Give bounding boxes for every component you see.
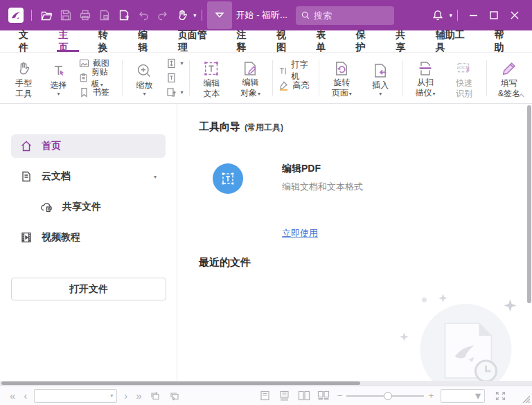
reflow-icon bbox=[166, 87, 177, 98]
menu-form[interactable]: 表单 bbox=[305, 30, 345, 52]
main-panel: 工具向导(常用工具) 编辑PDF 编辑文档和文本格式 立即使用 最近的文件 bbox=[177, 104, 532, 386]
window-resize-grip[interactable] bbox=[520, 393, 531, 404]
sidebar-item-cloud-docs[interactable]: 云文档 ▾ bbox=[11, 165, 166, 188]
hand-tool-icon[interactable] bbox=[172, 5, 192, 26]
divider bbox=[457, 10, 458, 21]
fit-window-button[interactable] bbox=[493, 389, 508, 403]
edit-object-icon bbox=[242, 59, 258, 78]
fit-page-button[interactable]: ▾ bbox=[166, 57, 183, 69]
expand-caret-icon[interactable]: ▾ bbox=[154, 174, 157, 180]
open-file-icon[interactable] bbox=[37, 5, 56, 26]
reflow-button[interactable]: ▾ bbox=[166, 87, 183, 98]
zoom-out-icon[interactable]: − bbox=[337, 390, 343, 401]
single-page-view-button[interactable] bbox=[258, 389, 273, 403]
menu-convert[interactable]: 转换 bbox=[88, 30, 127, 52]
menu-page-management[interactable]: 页面管理 bbox=[168, 30, 227, 52]
rotate-pages-button[interactable]: 旋转 页面 bbox=[325, 57, 358, 99]
menu-protect[interactable]: 保护 bbox=[346, 30, 385, 52]
toolbar-toggle-button[interactable] bbox=[207, 1, 232, 29]
menu-bar: 文件 主页 转换 编辑 页面管理 注释 视图 表单 保护 共享 辅助工具 帮助 bbox=[0, 30, 532, 53]
ribbon-toolbar: 手型 工具 选择 ▾ 截图 剪贴板 bbox=[0, 53, 532, 104]
sidebar-item-home[interactable]: 首页 bbox=[11, 134, 166, 158]
dropdown-caret-icon: ▾ bbox=[57, 91, 60, 97]
hand-dropdown-caret-icon[interactable]: ▾ bbox=[193, 12, 197, 19]
export-page-icon[interactable] bbox=[95, 5, 114, 26]
previous-page-button[interactable]: ‹ bbox=[19, 390, 31, 401]
collapse-ribbon-icon[interactable] bbox=[517, 92, 525, 100]
open-file-button[interactable]: 打开文件 bbox=[11, 278, 166, 300]
page-number-combo[interactable]: ▾ bbox=[34, 389, 117, 403]
zoom-in-icon[interactable]: + bbox=[428, 390, 434, 401]
typewriter-button[interactable]: 打字机 bbox=[278, 65, 313, 77]
horizontal-scrollbar[interactable] bbox=[0, 381, 532, 386]
select-tool-button[interactable]: 选择 ▾ bbox=[44, 60, 73, 97]
edit-object-button[interactable]: 编辑 对象 bbox=[233, 57, 267, 99]
zoom-level-combo[interactable]: ▾ bbox=[441, 389, 485, 403]
print-icon[interactable] bbox=[76, 5, 95, 26]
divider bbox=[31, 10, 32, 21]
tools-guide-subtitle: (常用工具) bbox=[245, 123, 283, 132]
new-document-icon[interactable] bbox=[114, 5, 134, 26]
clipboard-button[interactable]: 剪贴板 bbox=[79, 72, 116, 84]
horizontal-scrollbar-thumb[interactable] bbox=[1, 381, 360, 385]
from-scanner-button[interactable]: 从扫 描仪 bbox=[409, 57, 442, 99]
actual-size-button[interactable] bbox=[166, 72, 183, 84]
zoom-button[interactable]: 缩放 ▾ bbox=[127, 60, 161, 97]
search-input[interactable] bbox=[314, 10, 389, 21]
zoom-slider-thumb[interactable] bbox=[384, 392, 392, 400]
edit-text-button[interactable]: 编辑 文本 bbox=[195, 57, 228, 99]
zoom-magnifier-icon bbox=[136, 62, 152, 80]
save-icon[interactable] bbox=[56, 5, 76, 26]
facing-view-button[interactable] bbox=[296, 389, 312, 403]
divider bbox=[202, 10, 202, 21]
facing-continuous-view-button[interactable] bbox=[316, 389, 331, 403]
sidebar-item-video-tutorials[interactable]: 视频教程 bbox=[11, 226, 166, 249]
search-box[interactable] bbox=[296, 6, 394, 25]
fill-sign-pencil-icon bbox=[501, 60, 517, 78]
edit-pdf-card-icon[interactable] bbox=[213, 163, 243, 194]
quick-ocr-button[interactable]: OCR 快速 识别 bbox=[447, 57, 481, 99]
menu-comment[interactable]: 注释 bbox=[227, 30, 266, 52]
menu-accessibility[interactable]: 辅助工具 bbox=[425, 30, 484, 52]
sidebar-item-shared-files[interactable]: 共享文件 bbox=[11, 195, 166, 219]
next-view-button[interactable] bbox=[168, 389, 183, 403]
highlight-button[interactable]: 高亮 bbox=[278, 80, 313, 91]
menu-help[interactable]: 帮助 bbox=[484, 30, 524, 52]
menu-edit[interactable]: 编辑 bbox=[127, 30, 167, 52]
hand-tool-button[interactable]: 手型 工具 bbox=[9, 57, 38, 99]
menu-file[interactable]: 文件 bbox=[8, 30, 48, 52]
select-cursor-icon bbox=[51, 62, 66, 80]
previous-view-button[interactable] bbox=[148, 389, 163, 403]
actual-size-icon bbox=[166, 73, 177, 83]
last-page-button[interactable]: » bbox=[132, 390, 145, 401]
undo-icon[interactable] bbox=[134, 5, 153, 26]
bookmark-icon bbox=[79, 87, 89, 98]
continuous-view-button[interactable] bbox=[277, 389, 292, 403]
minimize-button[interactable] bbox=[463, 5, 484, 26]
ocr-icon: OCR bbox=[456, 60, 472, 78]
redo-icon[interactable] bbox=[153, 5, 172, 26]
bookmark-button[interactable]: 书签 bbox=[79, 87, 116, 98]
edit-pdf-card-title[interactable]: 编辑PDF bbox=[282, 163, 321, 175]
search-icon bbox=[301, 10, 310, 20]
menu-share[interactable]: 共享 bbox=[385, 30, 425, 52]
vertical-scrollbar-thumb[interactable] bbox=[527, 105, 531, 303]
home-icon bbox=[20, 140, 33, 152]
menu-home[interactable]: 主页 bbox=[48, 30, 87, 52]
zoom-slider-track[interactable] bbox=[346, 395, 424, 397]
hand-icon bbox=[16, 60, 31, 78]
use-now-link[interactable]: 立即使用 bbox=[282, 227, 318, 240]
insert-pages-icon bbox=[372, 62, 389, 80]
foxit-logo-icon bbox=[8, 8, 24, 23]
bell-dropdown-caret-icon[interactable]: ▾ bbox=[449, 12, 452, 19]
close-button[interactable] bbox=[504, 5, 525, 26]
menu-view[interactable]: 视图 bbox=[266, 30, 305, 52]
next-page-button[interactable]: › bbox=[120, 390, 132, 401]
maximize-button[interactable] bbox=[484, 5, 504, 26]
dropdown-caret-icon: ▾ bbox=[180, 60, 183, 66]
insert-pages-button[interactable]: 插入 ▾ bbox=[364, 60, 397, 97]
zoom-slider[interactable]: − + bbox=[337, 390, 434, 401]
first-page-button[interactable]: « bbox=[6, 390, 19, 401]
tools-guide-title: 工具向导(常用工具) bbox=[199, 120, 283, 134]
notifications-bell-icon[interactable] bbox=[428, 5, 447, 26]
